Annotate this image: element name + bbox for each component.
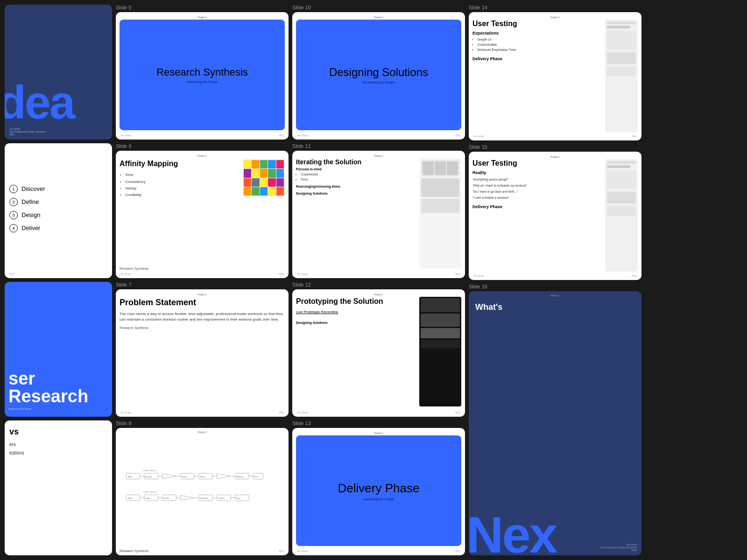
proto-previous: Designing Solutions [296, 321, 416, 324]
slide-row-10: Slide 10 Project 1 Designing Solutions B… [292, 5, 465, 140]
slide-15-inner: Project 1 User Testing Reality "Everythi… [469, 152, 641, 280]
svg-text:Done: Done [236, 497, 241, 499]
slide-partial-bottom-card[interactable]: vs ers estions [5, 420, 112, 555]
persona-item-1: Time [301, 177, 416, 182]
slide-7-footer-name: Jon Ordaz [120, 411, 131, 414]
sticky-8 [260, 169, 268, 177]
affinity-list: Time Consistency Variety Credibility [120, 172, 239, 199]
proto-title: Prototyping the Solution [296, 297, 416, 306]
slide-12-footer-year: 2022 [455, 411, 460, 414]
proto-layout: Prototyping the Solution Live Prototype … [296, 297, 461, 406]
slide-row-16: Slide 16 Project 1 What's Nex Jon Ordaz … [469, 284, 641, 555]
persona-label: Persona in-mind [296, 168, 416, 171]
proto-link[interactable]: Live Prototype Recording [296, 309, 416, 315]
slide-14-card[interactable]: Project 1 User Testing Expectations Simp… [469, 12, 641, 140]
slide-11-label: Slide 11 [292, 143, 465, 149]
slide-row-discover: 1 Discover 2 Define 3 Design 4 Deliver [5, 143, 112, 278]
proto-screen-1 [421, 298, 460, 312]
svg-text:Confirm: Confirm [218, 497, 225, 499]
ut14-bar-1 [607, 21, 636, 24]
slide-6-card[interactable]: Project 1 Affinity Mapping Time Consiste… [116, 151, 289, 278]
svg-text:Setup: Setup [200, 475, 205, 477]
slide-10-card[interactable]: Project 1 Designing Solutions Broadening… [292, 12, 465, 140]
slide-8-card[interactable]: Project 1 User Flow 1 Start Browse [116, 428, 289, 555]
slide-12-card[interactable]: Project 1 Prototyping the Solution Live … [292, 289, 465, 417]
discover-footer: 2022 [9, 273, 107, 275]
ut14-text: User Testing Expectations Simple UI Cust… [472, 20, 602, 132]
slide-10-footer: Jon Ordaz 2022 [297, 134, 460, 137]
ut14-right-panel [605, 20, 638, 132]
slide-10-footer-year: 2022 [455, 134, 460, 137]
slide-row-6: Slide 6 Project 1 Affinity Mapping Time … [116, 143, 289, 278]
slide-5-subtitle: Narrowing the Scope [187, 80, 217, 84]
slide-8-project: Project 1 [120, 431, 285, 434]
slide-row-idea: dea Jon Ordaz User Experience Design Imm… [5, 5, 112, 140]
slide-row-15: Slide 15 Project 1 User Testing Reality … [469, 144, 641, 280]
slide-12-project: Project 1 [296, 293, 461, 296]
slide-5-card[interactable]: Project 1 Research Synthesis Narrowing t… [116, 12, 289, 140]
slide-7-footer-year: 2022 [279, 411, 284, 414]
sticky-16 [244, 187, 251, 196]
slide-row-5: Slide 5 Project 1 Research Synthesis Nar… [116, 5, 289, 140]
affinity-left: Affinity Mapping Time Consistency Variet… [120, 159, 239, 265]
sticky-17 [252, 187, 259, 196]
sticky-1 [244, 160, 251, 168]
ut15-bar-1 [607, 161, 636, 164]
slide-idea-card[interactable]: dea Jon Ordaz User Experience Design Imm… [5, 5, 112, 140]
slide-15-footer-name: Jon Ordaz [473, 274, 484, 277]
svg-text:Start: Start [128, 497, 133, 499]
ut15-quote-0: "Everything seems abrupt" [472, 176, 602, 182]
ut15-quotes: "Everything seems abrupt" "Why do I have… [472, 176, 602, 201]
slide-16-card[interactable]: Project 1 What's Nex Jon Ordaz User Expe… [469, 291, 641, 555]
svg-marker-32 [181, 495, 194, 500]
proto-screens-area [419, 297, 461, 406]
svg-marker-7 [162, 474, 176, 479]
slide-16-footer-year: 2022 [600, 549, 637, 552]
ut15-bar-2 [607, 165, 630, 168]
slide-12-inner: Project 1 Prototyping the Solution Live … [292, 289, 465, 417]
ut14-bar-2 [607, 26, 630, 28]
slide-11-footer: Jon Ordaz 2022 [297, 273, 460, 275]
sticky-10 [276, 169, 284, 177]
slide-7-card[interactable]: Project 1 Problem Statement The User nee… [116, 289, 289, 417]
slide-6-label: Slide 6 [116, 143, 289, 149]
slide-13-label: Slide 13 [292, 420, 465, 426]
slide-13-card[interactable]: Project 1 Delivery Phase Narrowing the S… [292, 428, 465, 555]
proto-screen-2 [421, 314, 460, 327]
slide-11-card[interactable]: Project 1 Iterating the Solution Persona… [292, 151, 465, 278]
slide-14-project: Project 1 [472, 16, 638, 19]
discover-num-4: 4 [9, 224, 18, 232]
slide-5-label: Slide 5 [116, 5, 289, 10]
discover-item-3: 3 Design [9, 211, 107, 219]
slide-6-footer-year: 2022 [279, 273, 284, 275]
svg-text:Schedule: Schedule [200, 497, 208, 499]
ut15-section-3 [607, 206, 636, 216]
slide-11-footer-year: 2022 [455, 273, 460, 275]
svg-marker-15 [217, 474, 231, 479]
slide-5-inner: Project 1 Research Synthesis Narrowing t… [116, 12, 289, 140]
discover-num-3: 3 [9, 211, 18, 219]
ut14-section-3 [607, 67, 636, 76]
slide-user-research-card[interactable]: ser Research Broadening the Scope [5, 282, 112, 417]
ut14-section-1 [607, 31, 636, 49]
sticky-20 [276, 187, 284, 196]
slide-5-title: Research Synthesis [156, 66, 248, 78]
slide-10-label: Slide 10 [292, 5, 465, 10]
affinity-content: Affinity Mapping Time Consistency Variet… [120, 159, 285, 265]
flow-diagram-area: User Flow 1 Start Browse Select [120, 436, 285, 547]
affinity-sticky-notes [243, 159, 285, 196]
slide-15-card[interactable]: Project 1 User Testing Reality "Everythi… [469, 152, 641, 280]
slide-15-footer: Jon Ordaz 2022 [473, 274, 637, 277]
ut14-item-0: Simple UI [477, 37, 602, 42]
slide-13-blue-area: Delivery Phase Narrowing the Scope [296, 435, 461, 546]
ut14-section-2 [607, 52, 636, 64]
sticky-5 [276, 160, 284, 168]
slide-13-title: Delivery Phase [338, 481, 420, 496]
slide-13-footer: Jon Ordaz 2022 [297, 550, 460, 553]
slide-discover-card[interactable]: 1 Discover 2 Define 3 Design 4 Deliver [5, 143, 112, 278]
slide-12-footer: Jon Ordaz 2022 [297, 411, 460, 414]
affinity-item-3: Credibility [125, 192, 239, 198]
slide-row-12: Slide 12 Project 1 Prototyping the Solut… [292, 282, 465, 417]
affinity-footer-label: Research Synthesis [120, 267, 285, 270]
ut15-section-1 [607, 170, 636, 189]
